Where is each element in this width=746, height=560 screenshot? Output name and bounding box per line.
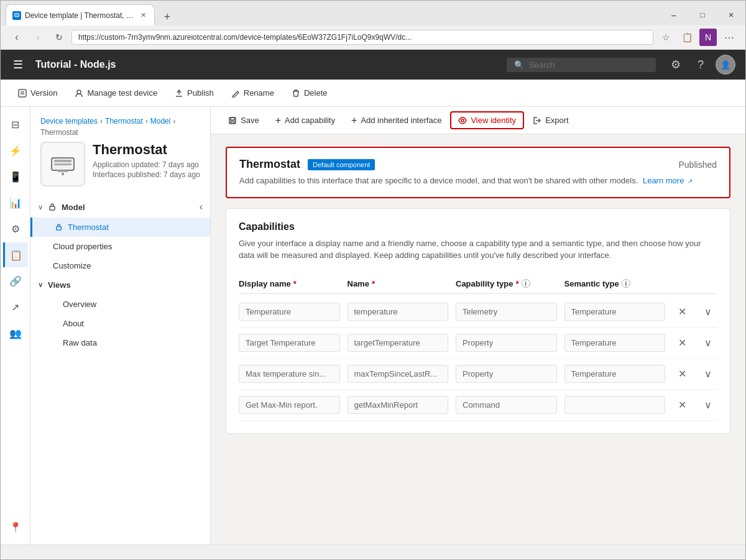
capability-type-info-icon[interactable]: i xyxy=(522,279,530,288)
name-input-2[interactable] xyxy=(348,365,449,383)
nav-cloud-properties-label: Cloud properties xyxy=(53,242,112,251)
col-capability-type: Capability type * i xyxy=(456,279,557,288)
nav-item-customize[interactable]: Customize xyxy=(30,256,210,275)
capability-type-input-3[interactable] xyxy=(456,396,557,414)
manage-test-device-button[interactable]: Manage test device xyxy=(67,85,165,101)
favorites-icon[interactable]: ☆ xyxy=(657,29,675,46)
expand-row-3[interactable]: ∨ xyxy=(699,399,717,411)
display-name-input-3[interactable] xyxy=(239,396,340,414)
view-identity-button[interactable]: View identity xyxy=(450,111,524,129)
views-label: Views xyxy=(48,280,71,290)
semantic-type-input-2[interactable] xyxy=(564,365,666,383)
expand-row-2[interactable]: ∨ xyxy=(699,368,717,380)
sidebar-icon-jobs[interactable]: ⚙ xyxy=(3,216,28,241)
sidebar-icon-users[interactable]: 👥 xyxy=(3,321,28,346)
interface-status: Published xyxy=(679,160,717,170)
save-label: Save xyxy=(241,116,259,125)
col-semantic-type: Semantic type i xyxy=(564,279,666,288)
name-input-1[interactable] xyxy=(348,334,449,352)
display-name-input-0[interactable] xyxy=(239,303,340,321)
forward-button[interactable]: › xyxy=(29,29,47,46)
semantic-type-input-1[interactable] xyxy=(564,334,666,352)
delete-row-3[interactable]: ✕ xyxy=(673,399,691,411)
semantic-type-input-3[interactable] xyxy=(564,396,666,414)
publish-button[interactable]: Publish xyxy=(167,85,221,101)
rename-button[interactable]: Rename xyxy=(224,85,282,101)
tab-close-icon[interactable]: ✕ xyxy=(138,11,148,21)
device-meta: Application updated: 7 days ago Interfac… xyxy=(93,160,200,179)
sidebar-icon-analytics[interactable]: 📊 xyxy=(3,190,28,215)
delete-row-1[interactable]: ✕ xyxy=(673,337,691,349)
breadcrumb-model[interactable]: Model xyxy=(150,117,171,126)
capability-type-input-1[interactable] xyxy=(456,334,557,352)
rename-label: Rename xyxy=(244,88,274,98)
export-button[interactable]: Export xyxy=(525,112,576,129)
user-avatar[interactable]: 👤 xyxy=(716,55,735,75)
nav-raw-data-label: Raw data xyxy=(63,338,97,347)
sidebar-icon-rules[interactable]: ⚡ xyxy=(3,138,28,163)
save-button[interactable]: Save xyxy=(221,112,267,129)
sidebar-icon-iot-edge[interactable]: 🔗 xyxy=(3,269,28,293)
maximize-button[interactable]: □ xyxy=(688,5,717,25)
version-button[interactable]: Version xyxy=(11,85,65,101)
capabilities-desc: Give your interface a display name and a… xyxy=(239,237,717,262)
nav-about-label: About xyxy=(63,319,84,328)
delete-button[interactable]: Delete xyxy=(284,85,335,101)
search-icon: 🔍 xyxy=(514,60,524,70)
back-button[interactable]: ‹ xyxy=(8,29,25,46)
add-inherited-interface-label: Add inherited interface xyxy=(361,116,441,125)
expand-row-1[interactable]: ∨ xyxy=(699,337,717,349)
nav-item-cloud-properties[interactable]: Cloud properties xyxy=(30,237,210,256)
display-name-input-1[interactable] xyxy=(239,334,340,352)
delete-row-2[interactable]: ✕ xyxy=(673,368,691,380)
close-button[interactable]: × xyxy=(717,5,745,25)
delete-row-0[interactable]: ✕ xyxy=(673,306,691,318)
hamburger-icon[interactable]: ☰ xyxy=(11,55,25,74)
capability-type-input-2[interactable] xyxy=(456,365,557,383)
model-lock-icon xyxy=(48,203,57,211)
model-section-header[interactable]: ∨ Model ‹ xyxy=(30,196,210,218)
sidebar-icon-device-templates[interactable]: 📋 xyxy=(3,242,28,267)
settings-icon[interactable]: ⚙ xyxy=(666,55,686,75)
expand-row-0[interactable]: ∨ xyxy=(699,306,717,318)
nav-item-about[interactable]: About xyxy=(30,314,210,333)
nav-item-overview[interactable]: Overview xyxy=(30,295,210,314)
onenote-icon[interactable]: N xyxy=(699,29,717,46)
sidebar-icon-dashboard[interactable]: ⊟ xyxy=(3,112,28,137)
sidebar-icon-devices[interactable]: 📱 xyxy=(3,164,28,189)
collections-icon[interactable]: 📋 xyxy=(678,29,696,46)
browser-tab[interactable]: Device template | Thermostat, T... ✕ xyxy=(6,4,155,25)
add-inherited-interface-button[interactable]: + Add inherited interface xyxy=(344,112,449,129)
breadcrumb-device-templates[interactable]: Device templates xyxy=(40,117,98,126)
sidebar-icon-data-export[interactable]: ↗ xyxy=(3,295,28,319)
eye-icon xyxy=(458,116,467,125)
nav-overview-label: Overview xyxy=(63,300,96,309)
minimize-button[interactable]: – xyxy=(660,5,688,25)
device-name: Thermostat xyxy=(93,142,200,158)
search-input[interactable] xyxy=(529,60,641,70)
svg-point-5 xyxy=(77,90,81,94)
svg-rect-9 xyxy=(54,163,71,165)
browser-menu-icon[interactable]: ⋯ xyxy=(721,29,738,46)
table-row: ✕ ∨ xyxy=(239,359,717,390)
learn-more-link[interactable]: Learn more ↗ xyxy=(643,176,693,185)
semantic-type-info-icon[interactable]: i xyxy=(622,279,630,288)
views-section-header[interactable]: ∨ Views xyxy=(30,275,210,295)
capability-type-input-0[interactable] xyxy=(456,303,557,321)
nav-item-thermostat[interactable]: Thermostat xyxy=(30,218,210,237)
svg-point-18 xyxy=(461,119,464,122)
thermostat-lock-icon xyxy=(55,223,63,231)
semantic-type-input-0[interactable] xyxy=(564,303,666,321)
new-tab-button[interactable]: + xyxy=(157,8,177,25)
nav-thermostat-label: Thermostat xyxy=(68,223,109,232)
nav-item-raw-data[interactable]: Raw data xyxy=(30,333,210,352)
add-capability-button[interactable]: + Add capability xyxy=(268,112,343,129)
refresh-button[interactable]: ↻ xyxy=(50,29,68,46)
help-icon[interactable]: ? xyxy=(691,55,711,75)
breadcrumb-thermostat[interactable]: Thermostat xyxy=(105,117,143,126)
display-name-input-2[interactable] xyxy=(239,365,340,383)
name-input-3[interactable] xyxy=(348,396,449,414)
svg-rect-2 xyxy=(19,90,26,97)
url-bar[interactable] xyxy=(71,30,653,45)
name-input-0[interactable] xyxy=(348,303,449,321)
